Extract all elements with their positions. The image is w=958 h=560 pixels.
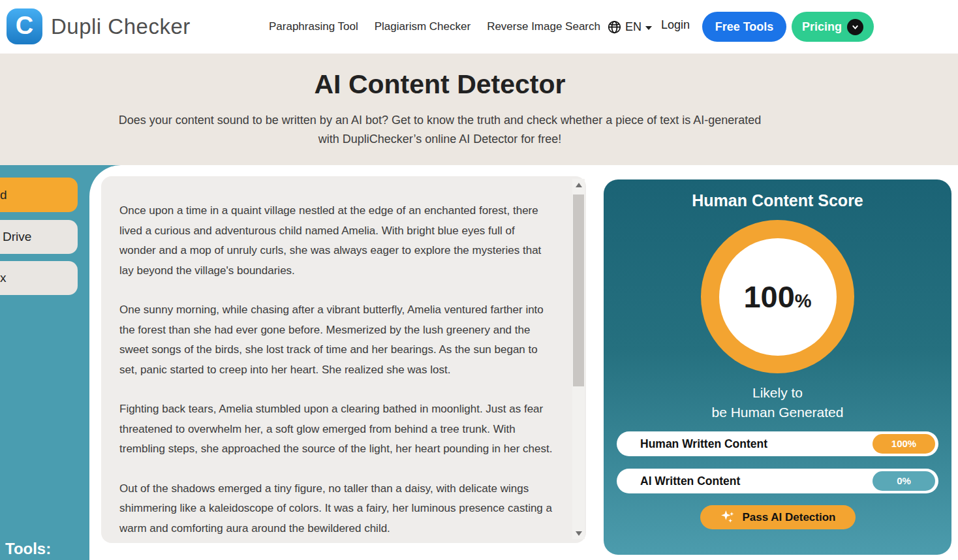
source-upload-button[interactable]: d	[0, 178, 78, 212]
verdict-text: Likely to be Human Generated	[604, 383, 951, 422]
brand-name[interactable]: Dupli Checker	[51, 14, 191, 39]
text-input-panel: Once upon a time in a quaint village nes…	[101, 176, 586, 543]
source-google-drive-label: Drive	[3, 230, 31, 243]
pass-ai-detection-label: Pass AI Detection	[743, 511, 836, 524]
pass-ai-detection-button[interactable]: Pass AI Detection	[700, 505, 856, 529]
verdict-line-2: be Human Generated	[712, 405, 844, 420]
results-card: Human Content Score 100% Likely to be Hu…	[604, 179, 951, 555]
ai-written-value-badge: 0%	[873, 471, 935, 491]
paragraph-1: Once upon a time in a quaint village nes…	[119, 201, 553, 281]
scroll-down-icon	[576, 531, 582, 536]
human-written-value-badge: 100%	[873, 434, 935, 454]
scroll-down-button[interactable]	[572, 527, 585, 539]
verdict-line-1: Likely to	[752, 385, 803, 400]
language-code: EN	[625, 20, 641, 34]
score-gauge-inner: 100%	[719, 238, 837, 356]
main-nav: Paraphrasing Tool Plagiarism Checker Rev…	[269, 0, 600, 54]
source-dropbox-button[interactable]: x	[0, 261, 78, 295]
subtitle-line-2: with DupliChecker’s online AI Detector f…	[318, 132, 562, 146]
subtitle-line-1: Does your content sound to be written by…	[119, 114, 762, 127]
editor-scrollbar[interactable]	[572, 179, 585, 539]
ai-written-row: AI Written Content 0%	[617, 469, 938, 493]
scroll-up-button[interactable]	[572, 179, 585, 191]
scroll-up-icon	[576, 183, 582, 187]
nav-paraphrasing-tool[interactable]: Paraphrasing Tool	[269, 20, 358, 33]
logo-letter: C	[16, 12, 33, 40]
human-written-row: Human Written Content 100%	[617, 431, 938, 456]
content-shell: Once upon a time in a quaint village nes…	[89, 165, 958, 560]
detector-section: d Drive x Tools: Once upon a time in a q…	[0, 165, 958, 560]
source-dropbox-label: x	[0, 271, 7, 285]
hero-section: AI Content Detector Does your content so…	[0, 54, 958, 165]
pricing-button[interactable]: Pricing	[792, 12, 874, 42]
nav-reverse-image-search[interactable]: Reverse Image Search	[487, 20, 600, 33]
human-written-label: Human Written Content	[640, 431, 767, 456]
paragraph-3: Fighting back tears, Amelia stumbled upo…	[119, 399, 553, 459]
brand-logo-icon[interactable]: C	[7, 8, 42, 44]
language-selector[interactable]: EN	[608, 0, 652, 54]
page-title: AI Content Detector	[0, 69, 880, 100]
globe-icon	[608, 20, 621, 34]
paragraph-4: Out of the shadows emerged a tiny figure…	[119, 479, 553, 539]
ai-written-label: AI Written Content	[640, 469, 740, 493]
login-link[interactable]: Login	[661, 18, 690, 32]
content-text-area[interactable]: Once upon a time in a quaint village nes…	[119, 201, 553, 558]
tools-heading: Tools:	[5, 540, 51, 558]
score-value: 100	[743, 238, 794, 356]
score-gauge: 100%	[701, 220, 854, 373]
source-google-drive-button[interactable]: Drive	[0, 220, 78, 254]
source-upload-label: d	[0, 188, 7, 202]
chevron-down-icon	[645, 26, 652, 30]
scrollbar-thumb[interactable]	[573, 194, 584, 386]
free-tools-button[interactable]: Free Tools	[702, 12, 786, 42]
score-unit: %	[795, 290, 812, 312]
paragraph-2: One sunny morning, while chasing after a…	[119, 300, 553, 380]
top-header: C Dupli Checker Paraphrasing Tool Plagia…	[0, 0, 958, 54]
pricing-label: Pricing	[802, 20, 842, 34]
page-subtitle: Does your content sound to be written by…	[0, 111, 880, 149]
pricing-chevron-icon	[847, 19, 863, 35]
sparkles-icon	[720, 509, 736, 525]
results-title: Human Content Score	[604, 179, 951, 210]
nav-plagiarism-checker[interactable]: Plagiarism Checker	[375, 20, 471, 33]
